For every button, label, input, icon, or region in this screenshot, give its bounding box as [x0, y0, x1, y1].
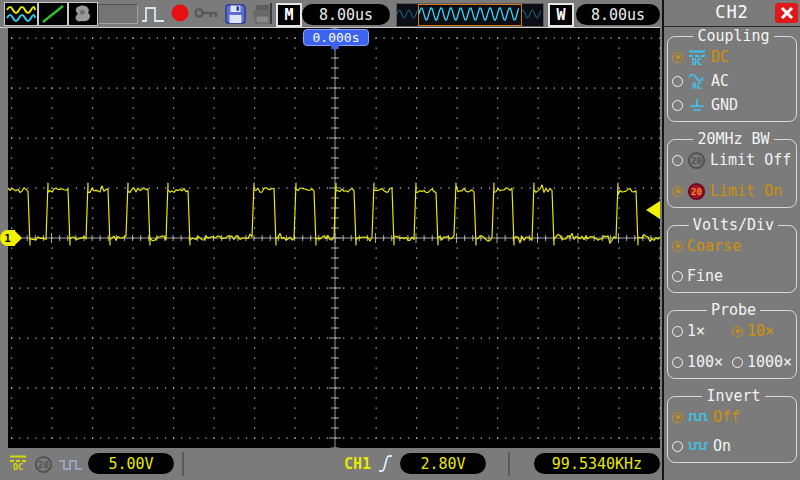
trigger-source-label: CH1 [344, 455, 371, 473]
section-probe: Probe1×10×100×1000× [667, 301, 797, 379]
option-label: 1000× [747, 353, 792, 371]
option-label: DC [711, 48, 729, 66]
section-title: Coupling [693, 27, 773, 45]
option-100[interactable]: 100× [672, 351, 732, 373]
statusbar-divider-2 [508, 452, 510, 476]
option-label: 10× [747, 322, 774, 340]
option-label: On [713, 437, 731, 455]
section-invert: InvertOffOn [667, 387, 797, 463]
ch1-coupling-dc-icon: DC [8, 454, 28, 471]
option-coarse[interactable]: Coarse [672, 235, 795, 257]
thumbnail-button[interactable] [68, 2, 98, 26]
option-label: Limit On [710, 182, 782, 200]
option-label: Fine [687, 267, 723, 285]
section-title: Probe [707, 301, 760, 319]
option-label: Coarse [687, 237, 741, 255]
option-fine[interactable]: Fine [672, 265, 795, 287]
svg-text:20: 20 [38, 460, 49, 470]
section-title: Volts/Div [689, 216, 778, 234]
trigger-position-pointer-icon [329, 44, 341, 57]
key-icon[interactable] [193, 3, 221, 23]
diagonal-line-icon [41, 3, 65, 25]
dual-wave-button[interactable] [4, 2, 38, 26]
bw-20-on-icon: 20 [687, 182, 706, 201]
svg-text:DC: DC [692, 57, 702, 66]
menu-panel: CH2 CouplingDCDCACACGND20MHz BW20Limit O… [662, 0, 800, 480]
section-volts-div: Volts/DivCoarseFine [667, 216, 797, 293]
section-20mhz-bw: 20MHz BW20Limit Off20Limit On [667, 130, 797, 208]
close-button[interactable] [775, 3, 798, 23]
option-limit-on[interactable]: 20Limit On [672, 180, 795, 202]
dc-coupling-icon: DC [687, 49, 707, 66]
radio-icon [672, 76, 683, 87]
radio-icon [672, 326, 683, 337]
option-label: GND [711, 96, 738, 114]
save-icon[interactable] [224, 3, 247, 25]
wave-inverted-icon [687, 440, 709, 452]
main-timebase-value: 8.00us [302, 4, 390, 25]
window-timebase-value: 8.00us [576, 4, 660, 25]
option-1000[interactable]: 1000× [732, 351, 795, 373]
option-limit-off[interactable]: 20Limit Off [672, 149, 795, 171]
gnd-coupling-icon [687, 97, 707, 114]
waveform-plot [8, 28, 660, 448]
oscilloscope-ui: M 8.00us W 8.00us 0.000s 1 CH2 CouplingD… [0, 0, 800, 480]
option-label: 100× [687, 353, 723, 371]
ch1-volts-per-div: 5.00V [88, 453, 174, 474]
svg-text:DC: DC [13, 462, 23, 471]
option-10[interactable]: 10× [732, 320, 795, 342]
window-timebase-label: W [548, 3, 574, 27]
trigger-time-label: 0.000s [313, 30, 360, 45]
option-label: Limit Off [710, 151, 791, 169]
option-label: 1× [687, 322, 705, 340]
radio-icon [672, 271, 683, 282]
ac-coupling-icon: AC [687, 73, 707, 90]
diagonal-line-button[interactable] [38, 2, 68, 26]
section-title: Invert [702, 387, 764, 405]
empty-slot [98, 4, 138, 24]
statusbar-divider-1 [182, 452, 184, 476]
rising-edge-icon [378, 453, 393, 474]
horizontal-preview[interactable] [396, 3, 544, 27]
close-icon [780, 6, 794, 20]
option-off[interactable]: Off [672, 406, 795, 428]
panel-sections: CouplingDCDCACACGND20MHz BW20Limit Off20… [664, 27, 800, 463]
record-icon[interactable] [170, 3, 190, 23]
trigger-level-arrow-icon[interactable] [646, 201, 660, 219]
trigger-level-value: 2.80V [400, 453, 486, 474]
channel1-marker[interactable]: 1 [0, 230, 15, 246]
option-dc[interactable]: DCDC [672, 46, 795, 68]
bw-20-off-icon: 20 [687, 151, 706, 170]
waveform-display: 0.000s 1 [8, 28, 660, 448]
option-label: Off [713, 408, 740, 426]
svg-text:20: 20 [691, 187, 702, 197]
radio-icon [672, 241, 683, 252]
section-coupling: CouplingDCDCACACGND [667, 27, 797, 122]
dual-wave-icon [6, 3, 36, 25]
radio-icon [732, 326, 743, 337]
section-title: 20MHz BW [693, 130, 773, 148]
radio-icon [672, 100, 683, 111]
pulse-icon[interactable] [140, 3, 166, 25]
statusbar: DC 20 5.00V CH1 2.80V 99.5340KHz [0, 448, 662, 480]
radio-icon [672, 441, 683, 452]
panel-title: CH2 [715, 2, 749, 22]
toolbar: M 8.00us W 8.00us [0, 0, 660, 28]
option-label: AC [711, 72, 729, 90]
radio-icon [672, 412, 683, 423]
radio-icon [672, 52, 683, 63]
option-on[interactable]: On [672, 435, 795, 457]
toolbar-divider [270, 3, 272, 24]
radio-icon [732, 357, 743, 368]
channel1-marker-label: 1 [4, 232, 11, 245]
option-gnd[interactable]: GND [672, 94, 795, 116]
option-ac[interactable]: ACAC [672, 70, 795, 92]
zoom-window[interactable] [418, 4, 522, 26]
main-timebase-label: M [276, 3, 302, 27]
radio-icon [672, 186, 683, 197]
thumbnail-icon [71, 3, 95, 25]
option-1[interactable]: 1× [672, 320, 732, 342]
panel-header: CH2 [664, 0, 800, 27]
wave-normal-icon [687, 411, 709, 423]
radio-icon [672, 357, 683, 368]
